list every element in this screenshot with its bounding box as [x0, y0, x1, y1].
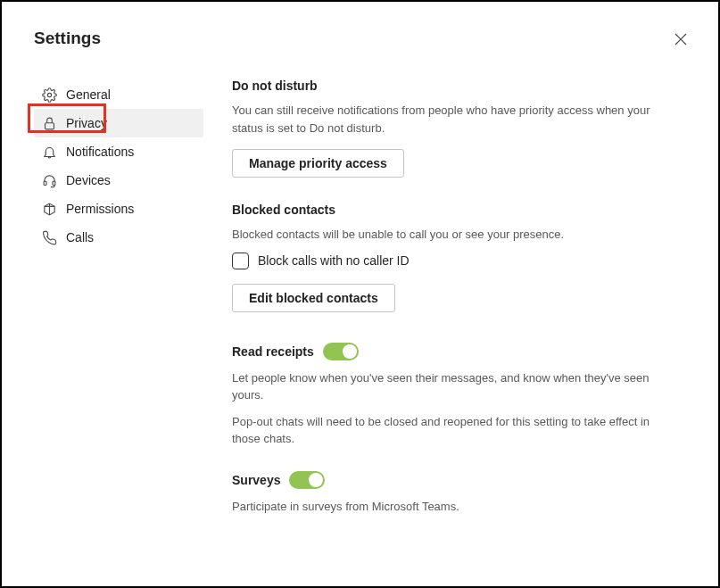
sidebar-item-label: General	[66, 87, 111, 102]
close-button[interactable]	[674, 32, 691, 50]
dialog-title: Settings	[34, 29, 691, 48]
edit-blocked-contacts-button[interactable]: Edit blocked contacts	[232, 284, 395, 312]
read-receipts-label: Read receipts	[232, 344, 314, 359]
sidebar-item-privacy[interactable]: Privacy	[34, 109, 203, 137]
settings-dialog: Settings General Privacy Notifications	[2, 2, 718, 586]
surveys-heading: Surveys	[232, 471, 658, 489]
sidebar-item-label: Notifications	[66, 145, 134, 159]
lock-icon	[41, 115, 57, 131]
block-no-caller-id-checkbox[interactable]: Block calls with no caller ID	[232, 253, 658, 269]
read-receipts-note: Pop-out chats will need to be closed and…	[232, 413, 658, 448]
sidebar-item-calls[interactable]: Calls	[34, 223, 203, 252]
blocked-heading: Blocked contacts	[232, 203, 658, 217]
sidebar-item-notifications[interactable]: Notifications	[34, 137, 203, 166]
sidebar-item-label: Permissions	[66, 202, 134, 216]
settings-content: Do not disturb You can still receive not…	[203, 80, 658, 527]
checkbox-label: Block calls with no caller ID	[258, 253, 410, 268]
surveys-label: Surveys	[232, 473, 280, 487]
dnd-description: You can still receive notifications from…	[232, 102, 658, 137]
svg-rect-3	[53, 181, 55, 185]
svg-point-0	[47, 93, 51, 96]
sidebar-item-label: Calls	[66, 230, 94, 244]
sidebar-item-permissions[interactable]: Permissions	[34, 195, 203, 223]
svg-rect-1	[45, 122, 54, 128]
bell-icon	[41, 144, 57, 160]
read-receipts-toggle[interactable]	[323, 343, 359, 360]
phone-icon	[41, 229, 57, 245]
close-icon	[674, 34, 688, 49]
manage-priority-access-button[interactable]: Manage priority access	[232, 149, 404, 178]
headset-icon	[41, 172, 57, 188]
checkbox-icon	[232, 253, 249, 269]
sidebar-item-label: Privacy	[66, 116, 107, 130]
blocked-description: Blocked contacts will be unable to call …	[232, 226, 658, 244]
svg-rect-2	[44, 181, 46, 185]
gear-icon	[41, 87, 57, 103]
surveys-description: Participate in surveys from Microsoft Te…	[232, 498, 658, 516]
sidebar-item-general[interactable]: General	[34, 80, 203, 109]
package-icon	[41, 201, 57, 217]
surveys-toggle[interactable]	[289, 471, 325, 489]
settings-sidebar: General Privacy Notifications Devices	[34, 80, 203, 527]
sidebar-item-label: Devices	[66, 173, 111, 187]
dnd-heading: Do not disturb	[232, 79, 658, 93]
sidebar-item-devices[interactable]: Devices	[34, 166, 203, 195]
read-receipts-description: Let people know when you've seen their m…	[232, 369, 658, 404]
read-receipts-heading: Read receipts	[232, 343, 658, 360]
